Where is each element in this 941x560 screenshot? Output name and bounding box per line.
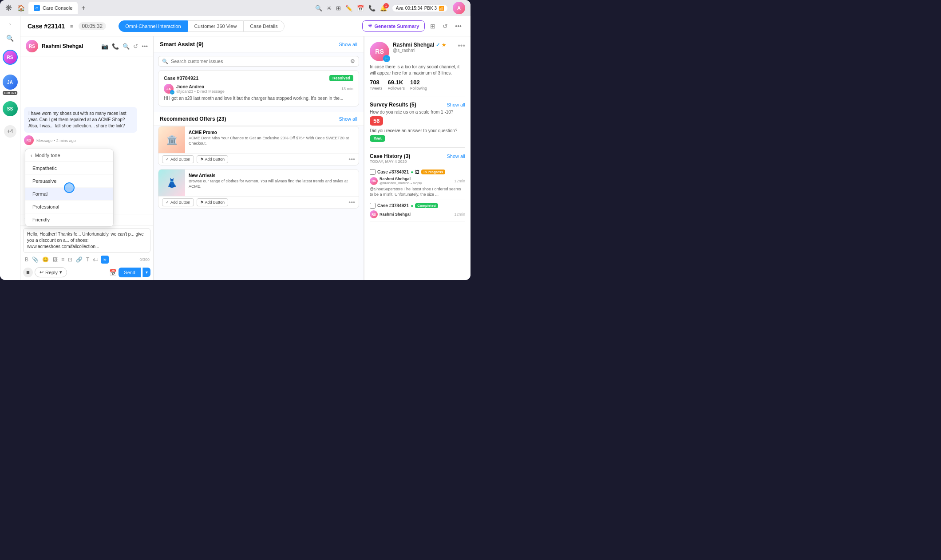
sidebar-toggle[interactable]: › [8, 20, 13, 28]
offer-img-1: 👗 [158, 170, 185, 196]
offer-add-btn-1[interactable]: ✓ Add Button [162, 198, 194, 206]
right-panel: RS 🐦 Rashmi Shehgal ✓ ★ @s_rashmi [364, 36, 470, 280]
reply-area: ‹ Modify tone Empathetic Persuasive Form… [20, 225, 153, 280]
tab-customer360[interactable]: Customer 360 View [188, 20, 244, 32]
share-icon-btn[interactable]: ⊞ [428, 21, 437, 32]
tab-casedetails[interactable]: Case Details [243, 20, 284, 32]
tone-header[interactable]: ‹ Modify tone [25, 149, 113, 162]
user-avatar[interactable]: A [453, 2, 465, 14]
history-case-id-1: Case #3784921 [377, 203, 409, 208]
home-icon[interactable]: 🏠 [17, 4, 25, 12]
emoji-icon[interactable]: 😊 [41, 256, 50, 264]
tone-persuasive[interactable]: Persuasive [25, 175, 113, 188]
send-dropdown-btn[interactable]: ▾ [142, 268, 150, 277]
profile-more-btn[interactable]: ••• [458, 42, 465, 50]
attach-icon[interactable]: 📎 [31, 256, 40, 264]
case-menu-icon[interactable]: ≡ [70, 24, 73, 29]
agent-avatar-0[interactable]: RS [3, 50, 18, 65]
history-avatar-1: RS [370, 210, 378, 218]
header-more-btn[interactable]: ••• [453, 21, 463, 32]
message-text: I have worn my shoes out with so many ra… [28, 111, 127, 128]
refresh-icon-btn[interactable]: ↺ [441, 21, 450, 32]
browser-tab[interactable]: C Care Console [28, 2, 78, 14]
phone-icon[interactable]: 📞 [368, 5, 376, 12]
agent-avatar-2[interactable]: SS [3, 101, 18, 116]
reply-footer: ⏹ ↩ Reply ▾ 📅 Send ▾ [23, 267, 150, 277]
filter-icon[interactable]: ⚙ [350, 58, 355, 64]
offer-more-icon-1[interactable]: ••• [348, 199, 355, 206]
tone-header-label: Modify tone [35, 153, 60, 158]
tone-formal[interactable]: Formal [25, 188, 113, 201]
case-card-author: JA 🐦 Jione Andrea @jioan23 • Direct Mess… [164, 84, 353, 94]
video-icon[interactable]: 📷 [101, 43, 108, 50]
more-chat-icon[interactable]: ••• [142, 43, 148, 50]
offer-flag-btn-0[interactable]: ⚑ Add Button [197, 155, 229, 163]
tab-icon: C [34, 5, 40, 11]
smart-search-input[interactable] [171, 59, 348, 64]
case-snippet: Hi i got an s20 last month and love it b… [164, 95, 353, 102]
message-bubble-1: I have worn my shoes out with so many ra… [24, 107, 137, 133]
profile-bio: In case there is a bio for any social ch… [370, 64, 465, 76]
sidebar-search-icon[interactable]: 🔍 [4, 32, 16, 44]
generate-summary-button[interactable]: ✳ Generate Summary [362, 20, 425, 32]
history-checkbox-1[interactable] [370, 203, 376, 209]
ai-assist-icon[interactable]: ✳ [101, 256, 109, 264]
offer-card-inner-0: 🏛️ ACME Promo ACME Don't Miss Your Chanc… [158, 126, 359, 153]
new-tab-btn[interactable]: + [81, 4, 85, 12]
survey-show-all[interactable]: Show all [447, 102, 465, 107]
calendar-icon[interactable]: 📅 [109, 269, 117, 276]
history-checkbox-0[interactable] [370, 169, 376, 175]
offer-desc-0: ACME Don't Miss Your Chance to Get an Ex… [189, 136, 355, 146]
chat-header-icons: 📷 📞 🔍 ↺ ••• [101, 43, 148, 50]
history-show-all[interactable]: Show all [447, 154, 465, 159]
history-case-id-0: Case #3784921 [377, 170, 409, 174]
search-chat-icon[interactable]: 🔍 [123, 43, 130, 50]
tab-omni[interactable]: Omni-Channel Interaction [119, 20, 187, 32]
followers-value: 69.1K [388, 79, 405, 86]
image-icon[interactable]: 🖼 [51, 256, 59, 264]
list-icon[interactable]: ≡ [60, 256, 65, 264]
grid-icon[interactable]: ⊞ [336, 5, 341, 12]
bold-icon[interactable]: B [24, 256, 29, 264]
stop-btn[interactable]: ⏹ [23, 268, 33, 277]
agent-avatars-list: RS JA 10m 32s SS +4 [3, 50, 18, 138]
phone-chat-icon[interactable]: 📞 [112, 43, 119, 50]
refresh-chat-icon[interactable]: ↺ [133, 43, 138, 50]
smart-show-all[interactable]: Show all [339, 42, 357, 47]
stat-following: 102 Following [410, 79, 427, 91]
tag-icon[interactable]: 🏷 [92, 256, 99, 264]
case-time-ago: 13 min [341, 87, 353, 91]
asterisk-icon[interactable]: ✳ [327, 5, 332, 12]
tone-friendly[interactable]: Friendly [25, 213, 113, 226]
tone-empathetic[interactable]: Empathetic [25, 162, 113, 175]
three-cols: RS Rashmi Shehgal 📷 📞 🔍 ↺ ••• [20, 36, 470, 280]
app-logo: ❋ [5, 3, 12, 13]
edit-icon[interactable]: ✏️ [345, 5, 352, 12]
green-dot-icon-0: ● [411, 170, 413, 174]
profile-avatar: RS 🐦 [370, 42, 389, 61]
offer-add-btn-0[interactable]: ✓ Add Button [162, 155, 194, 163]
reply-btn-group: ⏹ ↩ Reply ▾ [23, 267, 67, 277]
link-icon[interactable]: 🔗 [75, 256, 83, 264]
agent-avatar-1[interactable]: JA 10m 32s [3, 75, 18, 90]
check-icon: ✓ [166, 157, 169, 162]
search-smart-icon: 🔍 [162, 59, 168, 64]
crop-icon[interactable]: ⊡ [67, 256, 73, 264]
chat-panel: RS Rashmi Shehgal 📷 📞 🔍 ↺ ••• [20, 36, 154, 280]
calendar-nav-icon[interactable]: 📅 [357, 5, 364, 12]
case-tab-nav: Omni-Channel Interaction Customer 360 Vi… [119, 20, 285, 32]
offer-flag-btn-1[interactable]: ⚑ Add Button [197, 198, 229, 206]
smart-search-bar: 🔍 ⚙ [158, 56, 359, 67]
offers-show-all[interactable]: Show all [339, 116, 357, 122]
divider-2 [370, 147, 465, 148]
send-button[interactable]: Send [119, 268, 141, 277]
offer-more-icon-0[interactable]: ••• [348, 156, 355, 163]
bell-icon[interactable]: 🔔1 [380, 5, 387, 12]
text-icon[interactable]: T [85, 256, 90, 264]
reply-button[interactable]: ↩ Reply ▾ [35, 267, 67, 277]
search-nav-icon[interactable]: 🔍 [315, 5, 322, 12]
history-time-0: 12min [454, 179, 465, 183]
tone-professional[interactable]: Professional [25, 201, 113, 213]
plus-more-badge[interactable]: +4 [4, 125, 16, 138]
reply-textarea[interactable]: Hello, Heather! Thanks fo... Unfortunate… [23, 228, 150, 253]
